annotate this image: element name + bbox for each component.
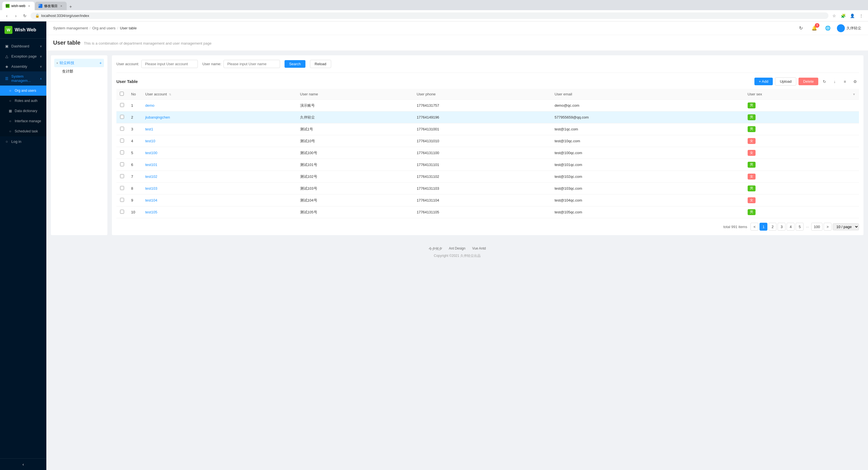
sidebar-item-scheduled[interactable]: ○ Scheduled task <box>0 126 46 136</box>
table-body: 1 demo 演示账号 17764131757 demo@qc.com 男 2 … <box>116 100 859 218</box>
notification-badge[interactable]: 🔔 9 <box>810 24 819 33</box>
collapse-icon: ‹ <box>23 462 24 467</box>
account-link-1[interactable]: jiubanqingchen <box>145 115 170 120</box>
profile-icon[interactable]: 👤 <box>849 12 856 19</box>
sidebar-item-label-assembly: Assembly <box>11 64 27 69</box>
row-checkbox-7[interactable] <box>120 186 124 190</box>
row-checkbox-1[interactable] <box>120 115 124 119</box>
table-settings-icon[interactable]: ⚙ <box>851 78 859 86</box>
menu-icon[interactable]: ⋮ <box>858 12 865 19</box>
user-info[interactable]: 久伴轻尘 <box>837 24 861 32</box>
account-label: User account: <box>116 62 139 66</box>
row-checkbox-5[interactable] <box>120 162 124 166</box>
forward-button[interactable]: › <box>12 12 19 19</box>
pagination-page-5[interactable]: 5 <box>796 223 804 231</box>
tree-item-qc[interactable]: ▾ 轻尘科技 + <box>54 59 104 67</box>
row-checkbox-6[interactable] <box>120 174 124 178</box>
globe-icon[interactable]: 🌐 <box>824 24 832 33</box>
tab-close-1[interactable]: × <box>27 4 31 8</box>
sidebar-item-roles[interactable]: ○ Roles and auth <box>0 96 46 106</box>
table-row: 9 test104 测试104号 17764131104 test@104qc.… <box>116 195 859 206</box>
pagination-page-1[interactable]: 1 <box>760 223 767 231</box>
new-tab-button[interactable]: + <box>67 3 74 10</box>
row-checkbox-2[interactable] <box>120 127 124 131</box>
header-phone: User phone <box>413 89 551 100</box>
back-button[interactable]: ‹ <box>3 12 10 19</box>
tree-label-shengji: 生计部 <box>62 69 102 74</box>
row-checkbox-0[interactable] <box>120 103 124 107</box>
upload-button[interactable]: Upload <box>775 77 796 86</box>
select-all-checkbox[interactable] <box>120 92 124 96</box>
sidebar-item-label-org: Org and users <box>15 89 36 93</box>
row-checkbox-4[interactable] <box>120 150 124 155</box>
breadcrumb: System management / Org and users / User… <box>53 26 137 30</box>
sidebar-item-system[interactable]: ☰ System managem... ∧ <box>0 71 46 86</box>
pagination-page-4[interactable]: 4 <box>786 223 795 231</box>
tree-add-button[interactable]: + <box>99 61 102 65</box>
row-email-9: test@105qc.com <box>551 206 744 218</box>
row-no-2: 3 <box>128 123 142 135</box>
page-size-select[interactable]: 10 / page 20 / page 50 / page <box>833 223 859 230</box>
row-no-7: 8 <box>128 182 142 195</box>
row-phone-7: 17764131103 <box>413 182 551 195</box>
row-checkbox-8[interactable] <box>120 198 124 202</box>
table-download-icon[interactable]: ↓ <box>831 78 839 86</box>
row-checkbox-cell-0 <box>116 100 128 111</box>
pagination-last-page[interactable]: 100 <box>811 223 823 231</box>
pagination-next[interactable]: > <box>824 223 832 231</box>
sidebar-item-exception[interactable]: △ Exception page ∨ <box>0 51 46 61</box>
sidebar-item-data-dict[interactable]: ▦ Data dictionary <box>0 106 46 116</box>
sidebar-collapse-button[interactable]: ‹ <box>0 459 46 470</box>
account-link-4[interactable]: test100 <box>145 151 157 155</box>
row-checkbox-cell-8 <box>116 195 128 206</box>
table-column-icon[interactable]: ≡ <box>841 78 849 86</box>
header-checkbox-cell <box>116 89 128 100</box>
table-row: 1 demo 演示账号 17764131757 demo@qc.com 男 <box>116 100 859 111</box>
system-submenu: ○ Org and users ○ Roles and auth ▦ Data … <box>0 86 46 136</box>
row-checkbox-9[interactable] <box>120 210 124 214</box>
row-checkbox-cell-6 <box>116 171 128 182</box>
table-refresh-icon[interactable]: ↻ <box>820 78 829 86</box>
account-input[interactable] <box>141 60 198 68</box>
pagination-prev[interactable]: < <box>750 223 758 231</box>
account-link-3[interactable]: test10 <box>145 139 155 143</box>
sidebar-item-login[interactable]: ○ Log in <box>0 136 46 146</box>
account-link-8[interactable]: test104 <box>145 198 157 202</box>
account-sort-icon[interactable]: ⇅ <box>169 93 171 96</box>
account-link-9[interactable]: test105 <box>145 210 157 214</box>
footer-link-3[interactable]: Vue Antd <box>472 246 486 251</box>
sex-badge-9: 男 <box>748 209 755 215</box>
star-icon[interactable]: ☆ <box>831 12 837 19</box>
footer-link-2[interactable]: Ant Design <box>449 246 466 251</box>
account-link-7[interactable]: test103 <box>145 186 157 191</box>
address-bar[interactable]: 🔒 localhost:3334/org/user/index <box>31 12 829 19</box>
sidebar-item-org-users[interactable]: ○ Org and users <box>0 86 46 96</box>
name-input[interactable] <box>223 60 280 68</box>
reload-button[interactable]: Reload <box>310 60 331 68</box>
sex-filter-icon[interactable]: ▼ <box>852 93 856 96</box>
add-button[interactable]: + Add <box>754 78 773 85</box>
sidebar-item-assembly[interactable]: ◈ Assembly ∨ <box>0 61 46 71</box>
reload-button[interactable]: ↻ <box>22 12 28 19</box>
account-link-5[interactable]: test101 <box>145 163 157 167</box>
account-link-2[interactable]: test1 <box>145 127 153 131</box>
tab-close-2[interactable]: × <box>59 4 63 8</box>
main-area: ▾ 轻尘科技 + 生计部 User account <box>46 51 868 240</box>
pagination-page-2[interactable]: 2 <box>769 223 776 231</box>
tree-item-shengji[interactable]: 生计部 <box>60 67 104 76</box>
tab-wish-web[interactable]: W wish-web × <box>2 2 34 10</box>
tab-modify-project[interactable]: P 修改项目 × <box>35 2 67 10</box>
sidebar-item-dashboard[interactable]: ▣ Dashboard ∨ <box>0 41 46 51</box>
sidebar-item-interface[interactable]: ○ Interface manage <box>0 116 46 126</box>
table-row: 2 jiubanqingchen 久伴轻尘 17764149196 577955… <box>116 111 859 123</box>
extension-icon[interactable]: 🧩 <box>840 12 846 19</box>
delete-button[interactable]: Delete <box>799 78 818 85</box>
row-checkbox-3[interactable] <box>120 139 124 142</box>
account-link-6[interactable]: test102 <box>145 174 157 179</box>
account-link-0[interactable]: demo <box>145 103 155 107</box>
address-text: localhost:3334/org/user/index <box>41 13 89 18</box>
search-button[interactable]: Search <box>284 60 305 68</box>
footer-link-1[interactable]: 今夕何夕 <box>429 246 442 251</box>
refresh-icon[interactable]: ↻ <box>796 24 805 33</box>
pagination-page-3[interactable]: 3 <box>778 223 785 231</box>
